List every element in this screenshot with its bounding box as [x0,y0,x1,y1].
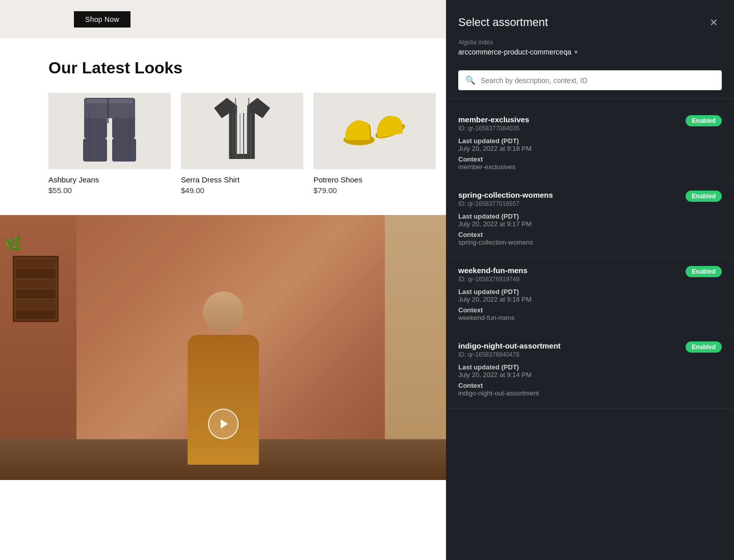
product-image-shoes [313,93,436,169]
product-name-shirt: Serra Dress Shirt [181,175,303,184]
last-updated-row-1: Last updated (PDT) July 20, 2022 at 9:17… [458,212,722,228]
product-price-jeans: $55.00 [48,186,171,195]
product-card-shoes[interactable]: Potrero Shoes $79.00 [313,93,436,195]
algolia-value: arccommerce-product-commerceqa [458,48,571,56]
algolia-section: Algolia index arccommerce-product-commer… [446,39,734,64]
item-header-1: spring-collection-womens ID: qr-16583770… [458,191,722,207]
assortment-item-0[interactable]: member-exclusives ID: qr-1658377084035 E… [446,107,734,182]
item-id-2: ID: qr-1658376919749 [458,276,528,283]
item-id-3: ID: qr-1658376840478 [458,351,561,358]
item-header-0: member-exclusives ID: qr-1658377084035 E… [458,115,722,132]
last-updated-value-3: July 20, 2022 at 9:14 PM [458,371,722,379]
search-box: 🔍 [458,70,722,90]
context-value-3: indigo-night-out-assortment [458,389,722,397]
item-name-1: spring-collection-womens [458,191,553,199]
assortment-item-3[interactable]: indigo-night-out-assortment ID: qr-16583… [446,333,734,409]
assortment-item-1[interactable]: spring-collection-womens ID: qr-16583770… [446,182,734,258]
assortment-item-2[interactable]: weekend-fun-mens ID: qr-1658376919749 En… [446,258,734,333]
item-name-2: weekend-fun-mens [458,266,528,275]
divider [446,98,734,99]
item-header-3: indigo-night-out-assortment ID: qr-16583… [458,341,722,358]
search-input[interactable] [481,76,715,85]
panel-header: Select assortment ✕ [446,0,734,39]
search-icon: 🔍 [465,75,476,85]
item-id-1: ID: qr-1658377016557 [458,200,553,207]
context-label-1: Context [458,231,722,238]
svg-marker-9 [214,98,270,159]
product-price-shoes: $79.00 [313,186,436,195]
svg-rect-3 [87,99,133,103]
svg-rect-6 [112,139,136,162]
last-updated-label-3: Last updated (PDT) [458,363,722,371]
product-name-shoes: Potrero Shoes [313,175,436,184]
product-image-jeans [48,93,171,169]
last-updated-row-0: Last updated (PDT) July 20, 2022 at 9:18… [458,137,722,152]
product-card-shirt[interactable]: Serra Dress Shirt $49.00 [181,93,303,195]
panel-title: Select assortment [458,16,548,29]
product-price-shirt: $49.00 [181,186,303,195]
item-id-0: ID: qr-1658377084035 [458,125,529,132]
product-card-jeans[interactable]: Ashbury Jeans $55.00 [48,93,171,195]
context-value-2: weekend-fun-mens [458,314,722,322]
context-row-2: Context weekend-fun-mens [458,306,722,322]
last-updated-label-0: Last updated (PDT) [458,137,722,145]
section-heading: Our Latest Looks [48,59,421,77]
algolia-label: Algolia index [458,39,722,46]
main-content: Shop Now Our Latest Looks [0,0,446,560]
algolia-dropdown[interactable]: arccommerce-product-commerceqa ▾ [458,48,722,56]
context-label-3: Context [458,382,722,389]
chevron-down-icon: ▾ [574,48,578,56]
video-overlay [0,215,446,480]
svg-rect-5 [83,139,107,162]
last-updated-value-1: July 20, 2022 at 9:17 PM [458,220,722,228]
shop-now-button[interactable]: Shop Now [74,11,130,28]
last-updated-label-2: Last updated (PDT) [458,288,722,296]
context-label-2: Context [458,306,722,314]
status-badge-3: Enabled [686,341,722,353]
assortments-list: member-exclusives ID: qr-1658377084035 E… [446,107,734,409]
context-row-3: Context indigo-night-out-assortment [458,382,722,397]
status-badge-2: Enabled [686,266,722,277]
hero-top: Shop Now [0,0,446,38]
context-value-1: spring-collection-womens [458,238,722,246]
context-row-0: Context member-exclusives [458,155,722,171]
products-grid: Ashbury Jeans $55.00 [48,93,421,195]
last-updated-row-2: Last updated (PDT) July 20, 2022 at 9:16… [458,288,722,303]
last-updated-label-1: Last updated (PDT) [458,212,722,220]
context-row-1: Context spring-collection-womens [458,231,722,246]
play-button[interactable] [208,409,239,439]
product-name-jeans: Ashbury Jeans [48,175,171,184]
video-section: 🌿 [0,215,446,480]
right-panel: Select assortment ✕ Algolia index arccom… [446,0,734,560]
item-header-2: weekend-fun-mens ID: qr-1658376919749 En… [458,266,722,283]
last-updated-value-0: July 20, 2022 at 9:18 PM [458,145,722,152]
item-name-3: indigo-night-out-assortment [458,341,561,350]
context-value-0: member-exclusives [458,163,722,171]
context-label-0: Context [458,155,722,163]
last-updated-value-2: July 20, 2022 at 9:16 PM [458,296,722,303]
status-badge-1: Enabled [686,191,722,202]
svg-marker-23 [221,419,228,429]
status-badge-0: Enabled [686,115,722,126]
close-button[interactable]: ✕ [705,14,722,31]
latest-looks-section: Our Latest Looks [0,38,446,215]
item-name-0: member-exclusives [458,115,529,124]
search-container: 🔍 [446,64,734,90]
last-updated-row-3: Last updated (PDT) July 20, 2022 at 9:14… [458,363,722,379]
product-image-shirt [181,93,303,169]
